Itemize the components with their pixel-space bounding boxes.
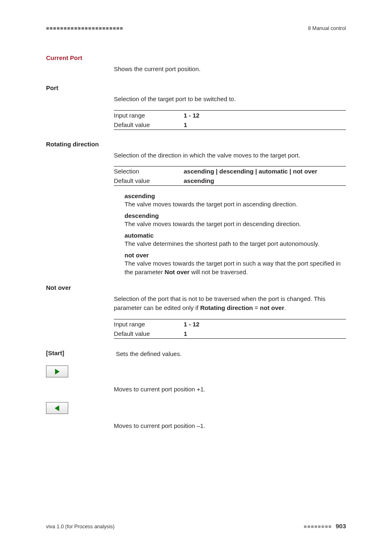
back-button[interactable]: [46, 402, 68, 414]
rotating-default-label: Default value: [114, 176, 184, 186]
option-automatic: automatic The valve determines the short…: [125, 232, 346, 248]
forward-button[interactable]: [46, 365, 68, 377]
option-not-over-label: not over: [125, 252, 346, 259]
option-not-over-text2: will not be traversed.: [189, 268, 248, 275]
label-not-over: Not over: [46, 284, 116, 291]
header-section: 8 Manual control: [308, 25, 346, 31]
port-default-label: Default value: [114, 120, 184, 130]
svg-marker-1: [55, 405, 59, 411]
desc-current-port: Shows the current port position.: [114, 65, 346, 74]
not-over-input-range-label: Input range: [114, 319, 184, 329]
label-rotating-direction: Rotating direction: [46, 141, 116, 148]
option-automatic-label: automatic: [125, 232, 346, 239]
label-current-port: Current Port: [46, 54, 116, 61]
option-not-over: not over The valve moves towards the tar…: [125, 252, 346, 277]
table-port: Input range 1 - 12 Default value 1: [114, 110, 346, 130]
option-not-over-text: The valve moves towards the target port …: [125, 259, 346, 277]
not-over-b2: not over: [260, 304, 284, 311]
option-descending-label: descending: [125, 212, 346, 219]
svg-marker-0: [55, 369, 60, 375]
play-right-icon: [54, 368, 60, 375]
port-input-range-value: 1 - 12: [184, 110, 346, 120]
table-not-over: Input range 1 - 12 Default value 1: [114, 319, 346, 339]
page-header: ■■■■■■■■■■■■■■■■■■■■■■ 8 Manual control: [46, 25, 346, 31]
desc-start: Sets the defined values.: [114, 345, 346, 358]
label-port: Port: [46, 84, 116, 91]
table-rotating: Selection ascending | descending | autom…: [114, 166, 346, 186]
desc-port: Selection of the target port to be switc…: [114, 95, 346, 104]
label-start: [Start]: [46, 349, 116, 356]
footer-left: viva 1.0 (for Process analysis): [46, 524, 115, 530]
not-over-eq: =: [253, 304, 260, 311]
desc-not-over: Selection of the port that is not to be …: [114, 294, 346, 312]
header-dashes: ■■■■■■■■■■■■■■■■■■■■■■: [46, 25, 123, 31]
desc-back: Moves to current port position –1.: [114, 421, 346, 430]
rotating-selection-label: Selection: [114, 166, 184, 176]
page-footer: viva 1.0 (for Process analysis) ■■■■■■■■…: [46, 523, 346, 530]
option-ascending-text: The valve moves towards the target port …: [125, 200, 346, 209]
rotating-selection-value: ascending | descending | automatic | not…: [184, 166, 346, 176]
desc-forward: Moves to current port position +1.: [114, 385, 346, 394]
not-over-b1: Rotating direction: [200, 304, 253, 311]
option-descending: descending The valve moves towards the t…: [125, 212, 346, 229]
footer-dashes: ■■■■■■■■: [304, 524, 332, 530]
not-over-input-range-value: 1 - 12: [184, 319, 346, 329]
option-ascending: ascending The valve moves towards the ta…: [125, 192, 346, 209]
option-automatic-text: The valve determines the shortest path t…: [125, 239, 346, 248]
not-over-default-value: 1: [184, 329, 346, 339]
port-input-range-label: Input range: [114, 110, 184, 120]
option-not-over-bold: Not over: [165, 268, 190, 275]
page-number: 903: [336, 523, 346, 530]
not-over-default-label: Default value: [114, 329, 184, 339]
port-default-value: 1: [184, 120, 346, 130]
not-over-period: .: [284, 304, 286, 311]
rotating-default-value: ascending: [184, 176, 346, 186]
option-descending-text: The valve moves towards the target port …: [125, 220, 346, 229]
desc-rotating-direction: Selection of the direction in which the …: [114, 151, 346, 160]
option-ascending-label: ascending: [125, 192, 346, 199]
play-left-icon: [54, 405, 60, 412]
